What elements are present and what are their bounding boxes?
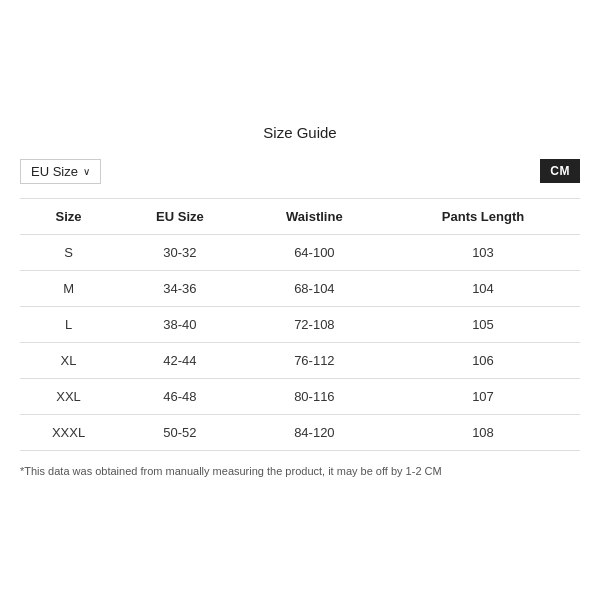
controls-bar: EU Size ∨ CM: [20, 159, 580, 184]
table-cell: XL: [20, 342, 117, 378]
table-row: XXL46-4880-116107: [20, 378, 580, 414]
table-row: S30-3264-100103: [20, 234, 580, 270]
table-cell: XXL: [20, 378, 117, 414]
dropdown-label: EU Size: [31, 164, 78, 179]
table-cell: 76-112: [243, 342, 386, 378]
table-cell: 104: [386, 270, 580, 306]
header-size: Size: [20, 198, 117, 234]
table-cell: 107: [386, 378, 580, 414]
table-cell: 42-44: [117, 342, 243, 378]
cm-unit-button[interactable]: CM: [540, 159, 580, 183]
table-cell: 84-120: [243, 414, 386, 450]
table-cell: M: [20, 270, 117, 306]
table-cell: 106: [386, 342, 580, 378]
table-cell: 72-108: [243, 306, 386, 342]
header-pants-length: Pants Length: [386, 198, 580, 234]
table-cell: 34-36: [117, 270, 243, 306]
eu-size-dropdown[interactable]: EU Size ∨: [20, 159, 101, 184]
table-cell: 103: [386, 234, 580, 270]
table-cell: 64-100: [243, 234, 386, 270]
table-row: XXXL50-5284-120108: [20, 414, 580, 450]
chevron-down-icon: ∨: [83, 166, 90, 177]
table-header-row: Size EU Size Waistline Pants Length: [20, 198, 580, 234]
table-cell: 68-104: [243, 270, 386, 306]
table-cell: 46-48: [117, 378, 243, 414]
table-cell: 105: [386, 306, 580, 342]
table-cell: 108: [386, 414, 580, 450]
header-eu-size: EU Size: [117, 198, 243, 234]
page-title: Size Guide: [20, 124, 580, 141]
table-cell: XXXL: [20, 414, 117, 450]
table-cell: S: [20, 234, 117, 270]
table-cell: L: [20, 306, 117, 342]
table-row: M34-3668-104104: [20, 270, 580, 306]
footnote-text: *This data was obtained from manually me…: [20, 465, 580, 477]
table-cell: 30-32: [117, 234, 243, 270]
table-row: XL42-4476-112106: [20, 342, 580, 378]
size-guide-container: Size Guide EU Size ∨ CM Size EU Size Wai…: [20, 124, 580, 477]
table-row: L38-4072-108105: [20, 306, 580, 342]
table-cell: 80-116: [243, 378, 386, 414]
table-cell: 50-52: [117, 414, 243, 450]
header-waistline: Waistline: [243, 198, 386, 234]
size-table: Size EU Size Waistline Pants Length S30-…: [20, 198, 580, 451]
table-cell: 38-40: [117, 306, 243, 342]
